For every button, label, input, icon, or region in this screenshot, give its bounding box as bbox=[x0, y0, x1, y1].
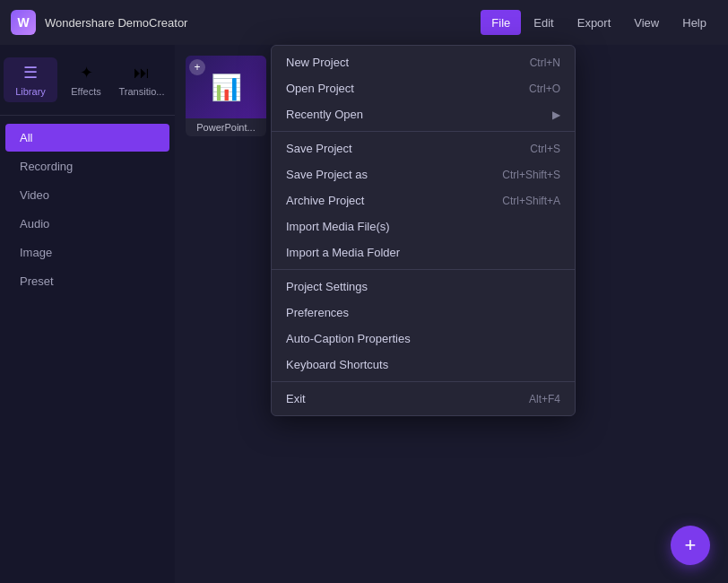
recently-open-arrow: ▶ bbox=[552, 109, 560, 121]
menu-section-3: Project Settings Preferences Auto-Captio… bbox=[272, 269, 575, 381]
menu-preferences[interactable]: Preferences bbox=[272, 300, 575, 326]
dropdown-overlay: New Project Ctrl+N Open Project Ctrl+O R… bbox=[0, 0, 728, 583]
menu-keyboard-shortcuts[interactable]: Keyboard Shortcuts bbox=[272, 352, 575, 378]
menu-project-settings[interactable]: Project Settings bbox=[272, 274, 575, 300]
dropdown-menu: New Project Ctrl+N Open Project Ctrl+O R… bbox=[271, 45, 576, 416]
menu-section-4: Exit Alt+F4 bbox=[272, 381, 575, 415]
menu-auto-caption[interactable]: Auto-Caption Properties bbox=[272, 326, 575, 352]
menu-save-project-as[interactable]: Save Project as Ctrl+Shift+S bbox=[272, 161, 575, 187]
menu-section-2: Save Project Ctrl+S Save Project as Ctrl… bbox=[272, 131, 575, 269]
menu-import-folder[interactable]: Import a Media Folder bbox=[272, 239, 575, 265]
menu-archive-project[interactable]: Archive Project Ctrl+Shift+A bbox=[272, 187, 575, 213]
menu-recently-open[interactable]: Recently Open ▶ bbox=[272, 101, 575, 127]
menu-import-media[interactable]: Import Media File(s) bbox=[272, 213, 575, 239]
menu-new-project[interactable]: New Project Ctrl+N bbox=[272, 49, 575, 75]
menu-save-project[interactable]: Save Project Ctrl+S bbox=[272, 135, 575, 161]
menu-section-1: New Project Ctrl+N Open Project Ctrl+O R… bbox=[272, 46, 575, 131]
menu-open-project[interactable]: Open Project Ctrl+O bbox=[272, 75, 575, 101]
menu-exit[interactable]: Exit Alt+F4 bbox=[272, 386, 575, 412]
